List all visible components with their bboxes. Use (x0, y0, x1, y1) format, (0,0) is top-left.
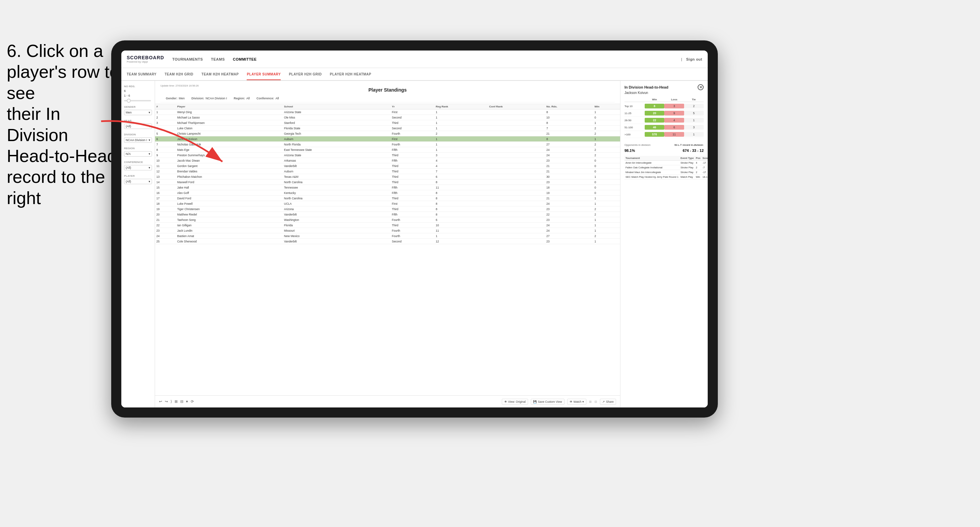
table-row[interactable]: 2 Michael La Sasso Ole Miss Second 1 10 … (155, 115, 620, 120)
h2h-player: Jackson Koivun (624, 91, 704, 95)
sub-nav: TEAM SUMMARY TEAM H2H GRID TEAM H2H HEAT… (121, 68, 708, 81)
region-label: Region (124, 147, 152, 150)
conference-dropdown[interactable]: (All) ▾ (124, 165, 152, 170)
undo-btn[interactable]: ↩ (159, 399, 162, 404)
nav-committee[interactable]: COMMITTEE (233, 56, 257, 63)
table-row[interactable]: 12 Brendan Valdes Auburn Third 7 21 0 (155, 169, 620, 174)
update-time: Update time: 27/03/2024 16:56:26 (161, 84, 615, 87)
tour-col-tournament: Tournament (624, 156, 679, 160)
col-reg-rank: Reg Rank (434, 104, 488, 110)
save-icon: 💾 (533, 400, 537, 403)
table-row[interactable]: 16 Alex Goff Kentucky Fifth 8 19 0 (155, 190, 620, 196)
table-row[interactable]: 19 Tiger Christensen Arizona Third 8 23 … (155, 206, 620, 212)
nav-tournaments[interactable]: TOURNAMENTS (172, 56, 203, 63)
view-original-btn[interactable]: 👁 View: Original (502, 399, 528, 405)
table-row[interactable]: 21 Taehoon Song Washington Fourth 6 23 1 (155, 217, 620, 222)
division-section: Division NCAA Division I ▾ (124, 133, 152, 143)
player-dropdown[interactable]: (All) ▾ (124, 179, 152, 184)
no-rds-slider[interactable] (124, 100, 152, 102)
save-custom-btn[interactable]: 💾 Save Custom View (531, 399, 565, 405)
player-label: Player (124, 175, 152, 178)
forward-btn[interactable]: ⟩ (170, 399, 172, 404)
wl-value: 674 - 33 - 12 (683, 149, 704, 152)
table-row[interactable]: 25 Cole Sherwood Vanderbilt Second 12 23… (155, 239, 620, 244)
copy-btn[interactable]: ⊞ (175, 399, 178, 404)
table-row[interactable]: 9 Preston Summerhays Arizona State Third… (155, 152, 620, 158)
filter-division: Division: NCAA Division I (191, 97, 227, 100)
year-label: Year (124, 119, 152, 122)
watch-icon: 👁 (570, 400, 573, 403)
table-row[interactable]: 14 Maxwell Ford North Carolina Third 8 2… (155, 179, 620, 185)
table-row[interactable]: 4 Luke Claton Florida State Second 1 7 2 (155, 125, 620, 131)
division-label: Division (124, 133, 152, 136)
table-row[interactable]: 24 Bastien Amat New Mexico Fourth 1 27 2 (155, 233, 620, 239)
tab-player-h2h-grid[interactable]: PLAYER H2H GRID (289, 69, 322, 79)
region-dropdown[interactable]: N/A ▾ (124, 151, 152, 157)
left-sidebar: No Rds. 6 1 - 6 Gender Men ▾ Year (121, 81, 155, 408)
table-row[interactable]: 6 Jackson Koivun Auburn First 1 8 1 (155, 137, 620, 142)
h2h-rows: Top 10 8 3 2 11-25 20 9 5 26-50 22 4 1 5… (624, 103, 704, 138)
table-row[interactable]: 17 David Ford North Carolina Third 8 21 … (155, 196, 620, 201)
table-row[interactable]: 7 Nicholas Gabrelcik North Florida Fourt… (155, 142, 620, 147)
table-row[interactable]: 18 Luke Powell UCLA First 8 24 1 (155, 201, 620, 206)
table-row[interactable]: 15 Jake Hall Tennessee Fifth 11 18 0 (155, 185, 620, 190)
gender-dropdown[interactable]: Men ▾ (124, 110, 152, 115)
player-table: # Player School Yr Reg Rank Conf Rank No… (155, 104, 620, 244)
sign-out-link[interactable]: Sign out (686, 56, 702, 63)
nav-right: | Sign out (681, 56, 702, 63)
tab-team-h2h-grid[interactable]: TEAM H2H GRID (164, 69, 193, 79)
table-row[interactable]: 3 Michael Thorbjornsen Stanford Third 1 … (155, 120, 620, 125)
tab-team-summary[interactable]: TEAM SUMMARY (127, 69, 156, 79)
top-nav: SCOREBOARD Powered by clippi TOURNAMENTS… (121, 51, 708, 68)
paste-btn[interactable]: ⊟ (180, 399, 183, 404)
conference-section: Conference (All) ▾ (124, 160, 152, 170)
tournament-section: Tournament Event Type Pos Score Amer Ari… (624, 156, 704, 179)
h2h-row: 51-100 46 6 3 (624, 124, 704, 131)
no-rds-section: No Rds. 6 1 - 6 (124, 85, 152, 102)
table-row[interactable]: 8 Mats Ege East Tennessee State Fifth 1 … (155, 147, 620, 152)
division-dropdown[interactable]: NCAA Division I ▾ (124, 137, 152, 143)
table-row[interactable]: 1 Wenyi Ding Arizona State First 1 8 1 (155, 110, 620, 115)
instruction-text: 6. Click on a player's row to see their … (7, 40, 121, 208)
more-btn[interactable]: ▾ (186, 399, 188, 404)
no-rds-label: No Rds. (124, 85, 152, 88)
h2h-close-btn[interactable]: ✕ (698, 84, 704, 90)
watch-btn[interactable]: 👁 Watch▾ (567, 399, 587, 405)
tournament-row: SEC Match Play Hosted by Jerry Pate Roun… (624, 175, 708, 179)
panel-header: Update time: 27/03/2024 16:56:26 Player … (155, 81, 620, 104)
col-player: Player (176, 104, 283, 110)
refresh-btn[interactable]: ⟳ (191, 399, 194, 404)
tab-player-h2h-heatmap[interactable]: PLAYER H2H HEATMAP (330, 69, 371, 79)
h2h-row: 26-50 22 4 1 (624, 117, 704, 124)
table-row[interactable]: 22 Ian Gilligan Florida Third 10 24 1 (155, 222, 620, 228)
table-row[interactable]: 10 Jacob Mac Diwan Arkansas Fifth 4 23 0 (155, 158, 620, 163)
standings-table: # Player School Yr Reg Rank Conf Rank No… (155, 104, 620, 395)
table-row[interactable]: 23 Jack Lundin Missouri Fourth 11 24 1 (155, 228, 620, 233)
region-section: Region N/A ▾ (124, 147, 152, 157)
tab-player-summary[interactable]: PLAYER SUMMARY (247, 69, 281, 80)
table-row[interactable]: 5 Christo Lamprecht Georgia Tech Fourth … (155, 131, 620, 137)
center-panel: Update time: 27/03/2024 16:56:26 Player … (155, 81, 620, 408)
share-btn[interactable]: ↗ Share (600, 399, 616, 405)
table-row[interactable]: 13 Phichaksn Maichon Texas A&M Third 6 3… (155, 174, 620, 179)
nav-teams[interactable]: TEAMS (211, 56, 225, 63)
conference-label: Conference (124, 160, 152, 163)
no-rds-value: 6 (124, 89, 152, 93)
redo-btn[interactable]: ↪ (165, 399, 168, 404)
table-row[interactable]: 20 Matthew Riedel Vanderbilt Fifth 8 22 … (155, 212, 620, 217)
h2h-header: In Division Head-to-Head ✕ (624, 84, 704, 90)
year-dropdown[interactable]: (All) ▾ (124, 124, 152, 129)
tab-team-h2h-heatmap[interactable]: TEAM H2H HEATMAP (202, 69, 239, 79)
player-section: Player (All) ▾ (124, 175, 152, 184)
tour-col-type: Event Type (679, 156, 695, 160)
table-row[interactable]: 11 Gordon Sargent Vanderbilt Third 4 21 … (155, 163, 620, 169)
gender-label: Gender (124, 105, 152, 108)
filter-conference: Conference: All (256, 97, 279, 100)
h2h-row: >100 578 11 1 (624, 131, 704, 138)
col-conf-rank: Conf Rank (488, 104, 545, 110)
view-icon: 👁 (504, 400, 507, 403)
no-rds-range: 1 - 6 (124, 94, 152, 97)
filter-gender: Gender: Men (166, 97, 185, 100)
share-icon: ↗ (602, 400, 605, 403)
col-rds: No. Rds. (545, 104, 593, 110)
